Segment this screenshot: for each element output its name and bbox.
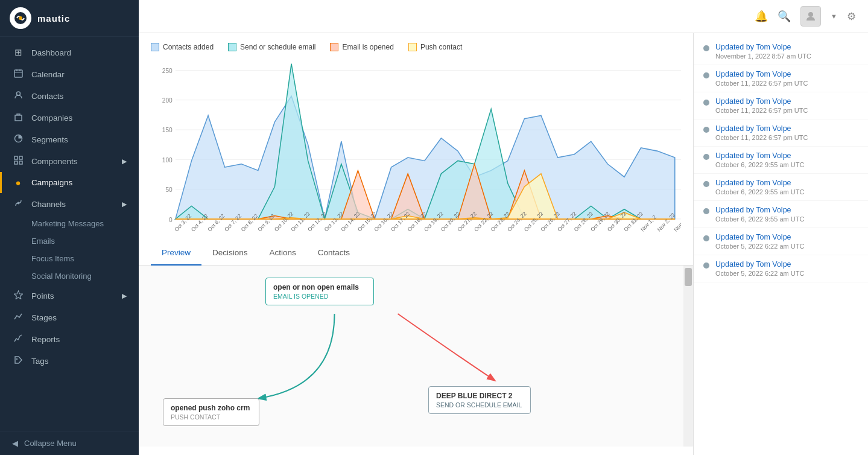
sidebar-item-label: Points	[31, 291, 54, 301]
scrollbar[interactable]	[683, 266, 693, 447]
legend-contacts-added-label: Contacts added	[163, 43, 214, 51]
activity-dot	[703, 235, 709, 241]
channels-submenu: Marketing Messages Emails Focus Items So…	[0, 215, 139, 285]
activity-item-8: Updated by Tom Volpe October 5, 2022 6:2…	[694, 255, 868, 282]
calendar-icon	[12, 69, 24, 80]
sidebar-item-campaigns[interactable]: ● Campaigns	[0, 172, 139, 193]
push-node-subtitle: PUSH CONTACT	[171, 413, 252, 421]
reports-icon	[12, 334, 24, 345]
activity-item-7: Updated by Tom Volpe October 5, 2022 6:2…	[694, 228, 868, 255]
svg-point-16	[808, 12, 813, 17]
content-wrapper: Contacts added Send or schedule email Em…	[139, 33, 868, 455]
flow-decision-node[interactable]: open or non open emails EMAIL IS OPENED	[265, 278, 374, 305]
user-avatar[interactable]	[800, 6, 821, 27]
activity-date: October 5, 2022 6:22 am UTC	[715, 270, 804, 277]
notification-bell-icon[interactable]: 🔔	[755, 10, 768, 23]
sidebar-item-tags[interactable]: Tags	[0, 350, 139, 372]
activity-date: October 6, 2022 9:55 am UTC	[715, 161, 804, 168]
sidebar-item-stages[interactable]: Stages	[0, 307, 139, 328]
sidebar-item-dashboard[interactable]: ⊞ Dashboard	[0, 42, 139, 63]
sidebar-item-label: Dashboard	[31, 48, 71, 57]
main-area: 🔔 🔍 ▼ ⚙ Contacts added Send or schedule …	[139, 0, 868, 455]
legend-email-opened: Email is opened	[330, 43, 393, 51]
tab-contacts[interactable]: Contacts	[307, 241, 361, 266]
legend-send-schedule-email-box	[228, 43, 236, 51]
sidebar-item-calendar[interactable]: Calendar	[0, 63, 139, 85]
tab-preview[interactable]: Preview	[151, 241, 201, 266]
svg-text:50: 50	[165, 186, 173, 193]
svg-text:200: 200	[162, 97, 173, 104]
chart-legend: Contacts added Send or schedule email Em…	[151, 43, 681, 51]
activity-content: Updated by Tom Volpe October 5, 2022 6:2…	[715, 233, 804, 250]
activity-dot	[703, 127, 709, 133]
legend-contacts-added-box	[151, 43, 159, 51]
chart-svg: 0 50 100 150 200 250	[151, 57, 681, 238]
activity-name: Updated by Tom Volpe	[715, 206, 804, 214]
sidebar-sub-marketing-messages[interactable]: Marketing Messages	[31, 215, 139, 232]
legend-push-contact-label: Push contact	[420, 43, 462, 51]
push-node-title: opened push zoho crm	[171, 404, 252, 412]
chart-container: 0 50 100 150 200 250	[151, 57, 681, 238]
sidebar-item-contacts[interactable]: Contacts	[0, 85, 139, 107]
sidebar: mautic ⊞ Dashboard Calendar Contacts Com	[0, 0, 139, 455]
flow-push-node[interactable]: opened push zoho crm PUSH CONTACT	[163, 398, 259, 426]
main-content: Contacts added Send or schedule email Em…	[139, 33, 693, 455]
sidebar-sub-social-monitoring[interactable]: Social Monitoring	[31, 267, 139, 285]
logo-text: mautic	[37, 13, 70, 24]
collapse-label: Collapse Menu	[24, 439, 77, 448]
activity-name: Updated by Tom Volpe	[715, 260, 804, 269]
sidebar-item-channels[interactable]: Channels ▶	[0, 193, 139, 215]
activity-date: October 5, 2022 6:22 am UTC	[715, 243, 804, 250]
dashboard-icon: ⊞	[12, 47, 24, 58]
flow-email-node[interactable]: DEEP BLUE DIRECT 2 SEND OR SCHEDULE EMAI…	[428, 386, 531, 414]
activity-item-6: Updated by Tom Volpe October 6, 2022 9:5…	[694, 201, 868, 228]
activity-date: November 1, 2022 8:57 am UTC	[715, 52, 811, 60]
activity-item-2: Updated by Tom Volpe October 11, 2022 6:…	[694, 92, 868, 119]
activity-date: October 6, 2022 9:55 am UTC	[715, 215, 804, 223]
decision-node-title: open or non open emails	[273, 283, 366, 291]
segments-icon	[12, 134, 24, 145]
activity-content: Updated by Tom Volpe October 6, 2022 9:5…	[715, 206, 804, 223]
activity-dot	[703, 154, 709, 160]
sidebar-item-segments[interactable]: Segments	[0, 129, 139, 150]
sidebar-sub-focus-items[interactable]: Focus Items	[31, 250, 139, 267]
activity-content: Updated by Tom Volpe October 6, 2022 9:5…	[715, 151, 804, 168]
svg-point-1	[19, 16, 22, 20]
tab-decisions[interactable]: Decisions	[201, 241, 259, 266]
legend-send-schedule-email-label: Send or schedule email	[240, 43, 315, 51]
decision-node-subtitle: EMAIL IS OPENED	[273, 293, 366, 300]
tabs-bar: Preview Decisions Actions Contacts	[139, 241, 693, 266]
search-icon[interactable]: 🔍	[778, 10, 791, 23]
sidebar-item-companies[interactable]: Companies	[0, 107, 139, 129]
tab-actions[interactable]: Actions	[259, 241, 307, 266]
svg-text:100: 100	[162, 156, 173, 163]
companies-icon	[12, 112, 24, 123]
sidebar-item-label: Campaigns	[31, 178, 72, 187]
activity-name: Updated by Tom Volpe	[715, 151, 804, 160]
user-dropdown-icon[interactable]: ▼	[831, 13, 837, 20]
legend-push-contact-box	[408, 43, 417, 51]
sidebar-item-points[interactable]: Points ▶	[0, 285, 139, 307]
activity-content: Updated by Tom Volpe October 5, 2022 6:2…	[715, 260, 804, 277]
activity-item-4: Updated by Tom Volpe October 6, 2022 9:5…	[694, 147, 868, 174]
activity-dot	[703, 181, 709, 187]
svg-text:0: 0	[169, 217, 173, 223]
chart-area: Contacts added Send or schedule email Em…	[139, 33, 693, 238]
svg-rect-9	[14, 156, 17, 159]
activity-content: Updated by Tom Volpe October 11, 2022 6:…	[715, 97, 808, 114]
activity-name: Updated by Tom Volpe	[715, 43, 811, 51]
collapse-icon: ◀	[12, 439, 18, 448]
activity-date: October 11, 2022 6:57 pm UTC	[715, 107, 808, 114]
sidebar-item-components[interactable]: Components ▶	[0, 150, 139, 172]
svg-point-6	[16, 92, 20, 95]
settings-gear-icon[interactable]: ⚙	[847, 10, 856, 23]
sidebar-item-reports[interactable]: Reports	[0, 328, 139, 350]
scrollbar-thumb[interactable]	[685, 268, 692, 286]
tags-icon	[12, 355, 24, 366]
activity-item-1: Updated by Tom Volpe October 11, 2022 6:…	[694, 65, 868, 92]
sidebar-sub-emails[interactable]: Emails	[31, 232, 139, 250]
activity-name: Updated by Tom Volpe	[715, 233, 804, 241]
collapse-menu-button[interactable]: ◀ Collapse Menu	[0, 431, 139, 455]
activity-dot	[703, 100, 709, 106]
campaigns-icon: ●	[12, 177, 24, 188]
